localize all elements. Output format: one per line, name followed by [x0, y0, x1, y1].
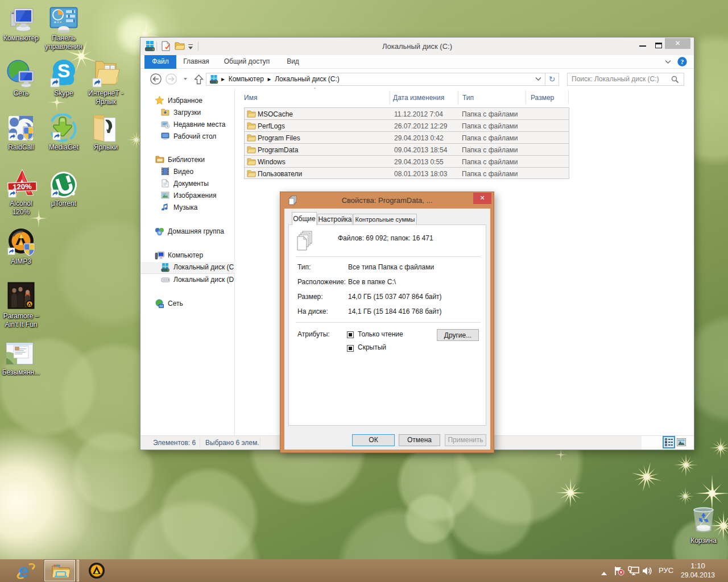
svg-text:S: S: [57, 60, 71, 81]
svg-text:?: ?: [681, 58, 684, 66]
